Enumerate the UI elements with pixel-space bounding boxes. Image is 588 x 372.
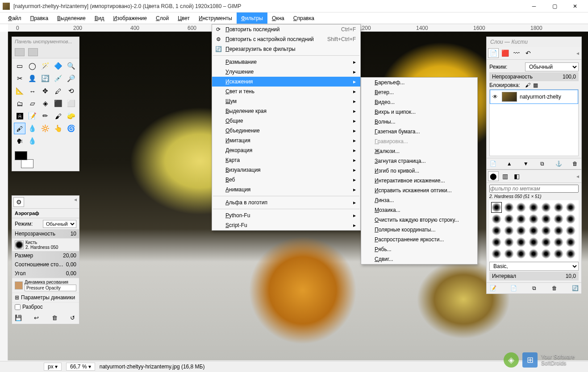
brush-thumbnail[interactable] <box>528 248 539 259</box>
tool-button[interactable]: 🔍 <box>65 60 77 72</box>
tool-button[interactable]: 💧 <box>27 123 38 134</box>
menu-item[interactable]: Объединение▸ <box>212 126 360 136</box>
layer-list[interactable]: 👁 natyurmort-zhelty <box>489 89 579 156</box>
tool-button[interactable]: 📐 <box>14 85 25 97</box>
tool-button[interactable]: 🔆 <box>40 123 51 134</box>
dynamics-icon[interactable] <box>15 281 23 289</box>
menu-item[interactable]: Очистить каждую вторую строку... <box>361 215 477 225</box>
menu-item[interactable]: Распространение яркости... <box>361 235 477 244</box>
panel-menu-icon[interactable]: ◄ <box>575 174 580 179</box>
menu-item[interactable]: Мозаика... <box>361 205 477 215</box>
brush-thumbnail[interactable] <box>553 214 564 224</box>
brush-thumbnail[interactable] <box>491 202 502 213</box>
brush-thumbnail[interactable] <box>553 202 564 213</box>
menu-item[interactable]: Исправить искажения оптики... <box>361 186 477 195</box>
tool-button[interactable]: ✏ <box>40 110 51 122</box>
scatter-checkbox[interactable] <box>15 304 21 310</box>
menu-item[interactable]: Газетная бумага... <box>361 127 477 136</box>
tool-button[interactable]: ◯ <box>27 60 38 72</box>
color-swatches[interactable] <box>15 151 33 168</box>
menu-item[interactable]: Выделение края▸ <box>212 106 360 116</box>
menu-item[interactable]: Шум▸ <box>212 96 360 106</box>
menu-item[interactable]: Рябь... <box>361 244 477 254</box>
menu-item[interactable]: Альфа в логотип▸ <box>212 198 360 207</box>
menu-item[interactable]: Размывание▸ <box>212 57 360 67</box>
brush-thumbnail[interactable] <box>528 225 539 236</box>
tool-options-tab[interactable]: ⚙ <box>13 197 24 207</box>
menu-изображение[interactable]: Изображение <box>108 12 151 24</box>
menu-item[interactable]: Улучшение▸ <box>212 67 360 77</box>
expand-icon[interactable]: ⊞ <box>15 294 19 301</box>
brush-thumbnail[interactable] <box>504 248 514 259</box>
menu-item[interactable]: Имитация▸ <box>212 136 360 145</box>
brush-thumbnail[interactable] <box>541 248 551 259</box>
minimize-button[interactable]: ─ <box>524 0 544 12</box>
menu-инструменты[interactable]: Инструменты <box>194 12 237 24</box>
delete-layer-icon[interactable]: 🗑 <box>571 160 579 167</box>
tool-button[interactable]: 🔄 <box>40 73 51 84</box>
brush-thumbnail[interactable] <box>516 237 526 248</box>
menu-item[interactable]: Python-Fu▸ <box>212 211 360 220</box>
delete-brush-icon[interactable]: 🗑 <box>551 285 558 292</box>
menu-item[interactable]: Script-Fu▸ <box>212 220 360 230</box>
menu-item[interactable]: Визуализация▸ <box>212 165 360 175</box>
unit-select[interactable]: px ▾ <box>44 363 62 371</box>
brush-thumbnail[interactable] <box>528 202 539 213</box>
menu-item[interactable]: Интерактивное искажение... <box>361 176 477 186</box>
brush-preset-select[interactable]: Basic, <box>489 262 579 271</box>
menu-item[interactable]: Загнутая страница... <box>361 156 477 166</box>
paths-tab[interactable]: 〰 <box>511 48 522 58</box>
menu-фильтры[interactable]: Фильтры <box>237 12 267 24</box>
fg-color-swatch[interactable] <box>15 151 27 160</box>
brush-thumbnail[interactable] <box>528 214 539 224</box>
menu-item[interactable]: Декорация▸ <box>212 145 360 155</box>
close-button[interactable]: ✕ <box>565 0 585 12</box>
brush-thumbnail[interactable] <box>491 214 502 224</box>
restore-preset-icon[interactable]: ↩ <box>33 314 40 321</box>
tool-button[interactable]: ⟲ <box>65 85 77 97</box>
menu-item[interactable]: Анимация▸ <box>212 185 360 194</box>
lock-alpha-icon[interactable]: ▦ <box>533 82 538 88</box>
menu-item[interactable]: ⚙Повторить с настройкой последнийShift+C… <box>212 34 360 44</box>
brush-thumbnail[interactable] <box>504 225 514 236</box>
brush-thumbnail[interactable] <box>504 202 514 213</box>
brush-thumbnail[interactable] <box>565 237 576 248</box>
layers-tab[interactable]: 📄 <box>488 48 499 58</box>
menu-файл[interactable]: Файл <box>4 12 26 24</box>
brush-thumbnail[interactable] <box>516 214 526 224</box>
menu-item[interactable]: Сдвиг... <box>361 254 477 264</box>
tool-button[interactable]: ▭ <box>14 60 25 72</box>
menu-item[interactable]: ⟳Повторить последнийCtrl+F <box>212 25 360 34</box>
save-preset-icon[interactable]: 💾 <box>15 314 22 321</box>
tool-button[interactable]: ◈ <box>40 98 51 109</box>
edit-brush-icon[interactable]: 📝 <box>489 285 496 292</box>
brush-thumbnail[interactable] <box>553 225 564 236</box>
brush-thumbnail[interactable] <box>504 237 514 248</box>
brush-thumbnail[interactable] <box>516 202 526 213</box>
tool-button[interactable]: 🧽 <box>65 110 77 122</box>
maximize-button[interactable]: ▢ <box>544 0 565 12</box>
visibility-icon[interactable]: 👁 <box>491 94 499 100</box>
brush-thumbnail[interactable] <box>553 248 564 259</box>
size-slider[interactable]: Размер 20,00 <box>12 251 79 260</box>
menu-item[interactable]: Ветер... <box>361 87 477 97</box>
zoom-select[interactable]: 66,7 % ▾ <box>66 363 95 371</box>
tool-button[interactable]: ▱ <box>27 98 38 109</box>
anchor-layer-icon[interactable]: ⚓ <box>555 160 562 167</box>
tool-button[interactable]: 🔷 <box>52 60 64 72</box>
brush-thumbnail[interactable] <box>565 248 576 259</box>
brush-thumbnail[interactable] <box>516 248 526 259</box>
brush-thumbnail[interactable] <box>565 214 576 224</box>
menu-item[interactable]: 🔄Перезагрузить все фильтры <box>212 44 360 54</box>
channels-tab[interactable]: 🟥 <box>500 48 510 58</box>
menu-item[interactable]: Общие▸ <box>212 116 360 126</box>
menu-вид[interactable]: Вид <box>90 12 109 24</box>
layer-opacity-slider[interactable]: Непрозрачность 100,0 <box>489 72 579 81</box>
tool-button[interactable]: ⬜ <box>65 98 77 109</box>
menu-item[interactable]: Карта▸ <box>212 155 360 165</box>
reset-preset-icon[interactable]: ↺ <box>69 314 76 321</box>
tool-button[interactable]: ↔ <box>27 85 38 97</box>
tool-button[interactable]: 💧 <box>27 135 38 147</box>
opacity-slider[interactable]: Непрозрачность 10 <box>12 229 79 238</box>
brush-thumbnail[interactable] <box>504 214 514 224</box>
